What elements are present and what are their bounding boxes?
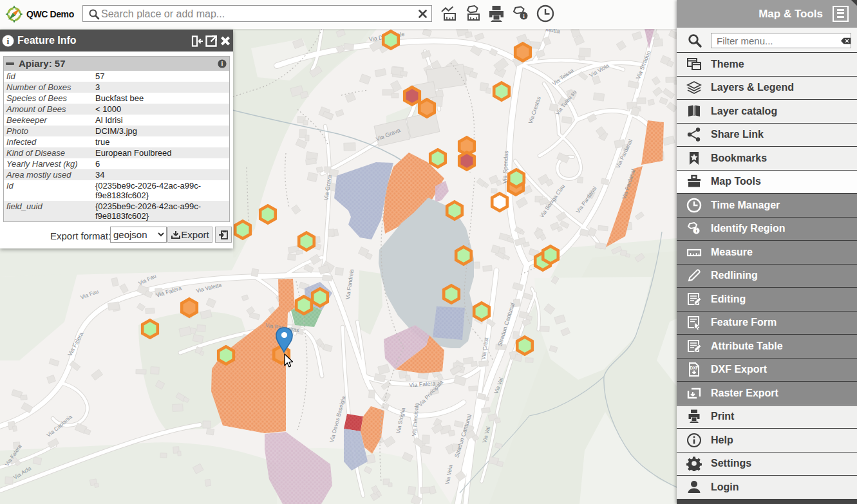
svg-text:i: i [7,36,10,46]
svg-text:DXF: DXF [690,366,699,370]
svg-text:i: i [221,60,223,67]
